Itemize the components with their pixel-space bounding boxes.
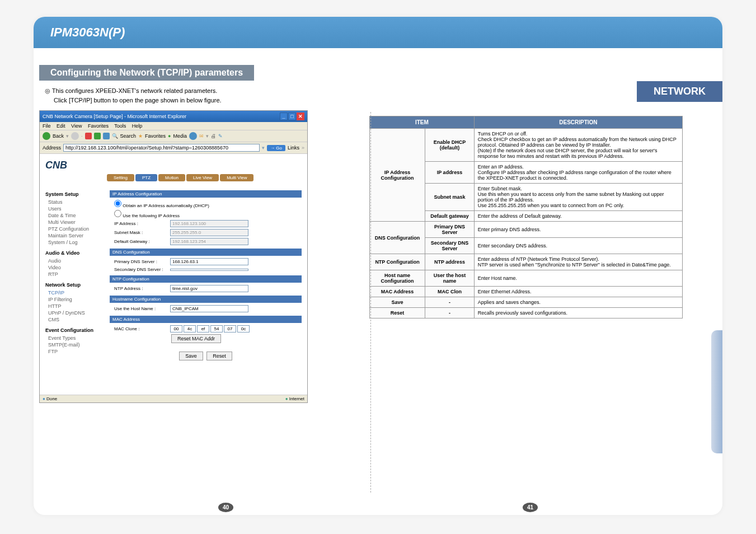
sidebar-ptzconfig[interactable]: PTZ Configuration [45, 226, 101, 232]
ntp-input[interactable]: time.nist.gov [170, 285, 248, 292]
history-icon[interactable] [189, 132, 197, 140]
done-icon: ● [43, 396, 45, 401]
tab-multiview[interactable]: Multi View [220, 174, 253, 181]
sidebar-datetime[interactable]: Date & Time [45, 212, 101, 219]
desc-mac: Enter Ethernet Address. [474, 287, 682, 297]
menu-edit[interactable]: Edit [57, 123, 65, 129]
links-label[interactable]: Links [288, 145, 299, 151]
gateway-input[interactable]: 192.168.123.254 [170, 238, 248, 245]
sub-gateway: Default gateway [425, 211, 475, 222]
cat-dns: DNS Configuration [370, 222, 425, 254]
internet-icon: ● [285, 396, 288, 401]
sidebar-syslog[interactable]: System / Log [45, 239, 101, 246]
browser-titlebar: CNB Network Camera [Setup Page] - Micros… [40, 111, 307, 122]
sdns-input[interactable] [170, 269, 248, 271]
sidebar-eventtypes[interactable]: Event Types [45, 335, 101, 341]
search-icon[interactable]: 🔍 [112, 133, 118, 139]
tab-ptz[interactable]: PTZ [135, 174, 157, 181]
sub-subnet: Subnet mask [425, 184, 475, 211]
address-input[interactable]: http://192.168.123.100/html/operator/Set… [63, 144, 260, 152]
cat-save: Save [370, 297, 425, 308]
radio-dhcp[interactable] [114, 200, 121, 207]
search-label[interactable]: Search [120, 133, 137, 139]
page-number-right: 41 [523, 503, 538, 512]
mac-input-1[interactable]: 4c [184, 325, 196, 332]
sub-save: - [425, 297, 475, 308]
save-button[interactable]: Save [179, 352, 203, 360]
reset-mac-button[interactable]: Reset MAC Addr [171, 334, 221, 343]
menu-help[interactable]: Help [132, 123, 143, 129]
page-number-left: 40 [218, 503, 233, 512]
go-button[interactable]: → Go [267, 145, 285, 151]
sub-ntp: NTP address [425, 254, 475, 270]
reset-button[interactable]: Reset [206, 352, 232, 360]
status-done: Done [46, 396, 57, 401]
media-icon[interactable]: ● [168, 133, 171, 139]
sidebar-multiviewer[interactable]: Multi Viewer [45, 219, 101, 226]
mac-input-3[interactable]: 54 [210, 325, 223, 332]
browser-title-text: CNB Network Camera [Setup Page] - Micros… [43, 114, 186, 119]
sidebar-http[interactable]: HTTP [45, 303, 101, 310]
sidebar-cms[interactable]: CMS [45, 316, 101, 323]
sidebar-audio[interactable]: Audio [45, 257, 101, 264]
config-panel: IP Address Configuration Obtain an IP Ad… [110, 187, 302, 360]
setup-sidebar: System Setup Status Users Date & Time Mu… [45, 187, 101, 360]
ip-label: IP Address : [114, 221, 170, 226]
intro-text: ◎ This configures XPEED-XNET's network r… [45, 86, 711, 105]
desc-hostname: Enter Host name. [474, 270, 682, 287]
host-input[interactable]: CNB_IPCAM [170, 305, 248, 312]
radio-dhcp-row: Obtain an IP Address automatically (DHCP… [110, 200, 302, 208]
refresh-icon[interactable] [94, 133, 101, 139]
pdns-input[interactable]: 168.126.63.1 [170, 258, 248, 265]
back-icon[interactable] [43, 132, 50, 140]
cat-reset: Reset [370, 308, 425, 318]
maximize-button[interactable]: □ [288, 113, 296, 120]
tab-liveview[interactable]: Live View [186, 174, 219, 181]
mac-input-5[interactable]: 0c [237, 325, 250, 332]
back-button[interactable]: Back [53, 133, 64, 139]
mac-input-0[interactable]: 00 [170, 325, 182, 332]
sidebar-rtp[interactable]: RTP [45, 271, 101, 278]
sub-pdns: Primary DNS Server [425, 222, 475, 238]
menu-file[interactable]: File [43, 123, 51, 129]
sidebar-maintain[interactable]: Maintain Server [45, 232, 101, 239]
ip-input[interactable]: 192.168.123.100 [170, 220, 248, 227]
sidebar-ipfilter[interactable]: IP Filtering [45, 296, 101, 303]
media-label[interactable]: Media [173, 133, 187, 139]
tab-motion[interactable]: Motion [158, 174, 185, 181]
tab-setting[interactable]: Setting [107, 174, 134, 181]
sidebar-status[interactable]: Status [45, 199, 101, 205]
ip-section-title: IP Address Configuration [110, 190, 302, 198]
forward-icon[interactable] [71, 132, 79, 140]
desc-ipaddr: Enter an IP address. Configure IP addres… [474, 162, 682, 184]
favorites-icon[interactable]: ★ [138, 133, 143, 139]
mac-label: MAC Clone : [114, 326, 170, 331]
radio-static[interactable] [114, 210, 121, 217]
mac-input-4[interactable]: 07 [224, 325, 236, 332]
gateway-label: Default Gateway : [114, 239, 170, 244]
sidebar-video[interactable]: Video [45, 264, 101, 271]
mail-icon[interactable]: ✉ [199, 133, 204, 139]
home-icon[interactable] [103, 133, 110, 139]
close-button[interactable]: ✕ [297, 113, 304, 120]
sidebar-smtp[interactable]: SMTP(E-mail) [45, 341, 101, 348]
menu-favorites[interactable]: Favorites [88, 123, 109, 129]
desc-save: Applies and saves changes. [474, 297, 682, 308]
menu-tools[interactable]: Tools [114, 123, 126, 129]
desc-subnet: Enter Subnet mask. Use this when you wan… [474, 184, 682, 211]
pdns-label: Primary DNS Server : [114, 259, 170, 264]
stop-icon[interactable] [85, 133, 92, 139]
edit-icon[interactable]: ✎ [218, 133, 223, 139]
browser-toolbar: Back ▾ · 🔍Search ★Favorites ●Media ✉▾ 🖨 … [40, 130, 307, 142]
print-icon[interactable]: 🖨 [211, 133, 216, 139]
mac-input-2[interactable]: ef [197, 325, 209, 332]
minimize-button[interactable]: _ [280, 113, 288, 120]
subnet-input[interactable]: 255.255.255.0 [170, 229, 248, 236]
sidebar-upnp[interactable]: UPnP / DynDNS [45, 310, 101, 316]
sidebar-ftp[interactable]: FTP [45, 348, 101, 355]
favorites-label[interactable]: Favorites [145, 133, 166, 139]
sidebar-tcpip[interactable]: TCP/IP [45, 289, 101, 296]
sidebar-users[interactable]: Users [45, 205, 101, 212]
menu-view[interactable]: View [71, 123, 82, 129]
sidebar-audiovideo: Audio & Video [45, 250, 101, 256]
